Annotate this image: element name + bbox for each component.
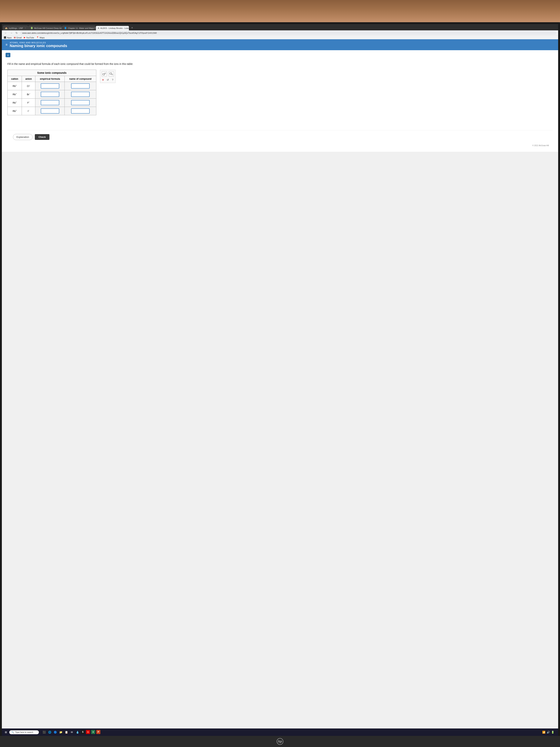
refresh-button[interactable]: ↻: [15, 31, 19, 35]
taskbar-search-box[interactable]: 🔍 Type here to search: [9, 730, 39, 734]
name-input-rb-f[interactable]: [71, 100, 90, 105]
bookmark-label: Apps: [7, 36, 12, 39]
youtube-icon: ▶: [24, 36, 25, 39]
taskbar-right: 📶 🔊 🔋: [542, 730, 556, 734]
back-button[interactable]: ←: [4, 31, 8, 35]
laptop-frame: 🏫 myWings - UNF × 📗 McGraw Hill Connect …: [0, 22, 560, 736]
bookmarks-bar: ⬛ Apps M Gmail ▶ YouTube 📍 Maps: [2, 35, 558, 39]
table-row: Rb+ Br−: [7, 90, 96, 99]
taskbar-dropbox[interactable]: 💧: [75, 730, 80, 735]
tab-favicon: A: [98, 27, 99, 29]
name-input-rb-cl[interactable]: [71, 83, 90, 88]
bookmark-label: Maps: [39, 36, 45, 39]
bookmark-label: YouTube: [26, 36, 34, 39]
subscript-icon[interactable]: [109, 71, 114, 77]
hp-logo: hp: [277, 738, 283, 745]
taskbar-cortana[interactable]: ⬛: [42, 730, 46, 735]
bookmark-label: Gmail: [16, 36, 22, 39]
search-icon: 🔍: [11, 731, 14, 733]
formula-input-cell: [35, 99, 64, 107]
bookmark-maps[interactable]: 📍 Maps: [36, 36, 45, 39]
copyright-text: © 2021 McGraw-Hill: [7, 144, 553, 148]
col-header-cation: cation: [7, 76, 22, 82]
undo-button[interactable]: ↺: [107, 78, 109, 81]
aleks-header: ≡ ATOMS, IONS AND MOLECULES Naming binar…: [2, 39, 558, 50]
chevron-area: ∨: [2, 50, 558, 58]
formula-input-rb-cl[interactable]: [41, 83, 59, 88]
bookmark-gmail[interactable]: M Gmail: [14, 36, 22, 39]
new-tab-button[interactable]: +: [129, 25, 135, 30]
bookmark-youtube[interactable]: ▶ YouTube: [24, 36, 34, 39]
content-area: ≡ ATOMS, IONS AND MOLECULES Naming binar…: [2, 39, 558, 728]
taskbar-battery[interactable]: 🔋: [551, 730, 555, 734]
formula-input-cell: [35, 107, 64, 115]
aleks-page: ≡ ATOMS, IONS AND MOLECULES Naming binar…: [2, 39, 558, 152]
tab-aleks[interactable]: A ALEKS - Lindsay Brooks - Learn ×: [96, 26, 129, 30]
anion-cell: Cl−: [22, 82, 35, 90]
taskbar-network[interactable]: 📶: [542, 730, 545, 734]
help-button[interactable]: ?: [112, 78, 113, 81]
taskbar-files[interactable]: 📁: [58, 730, 63, 735]
check-button[interactable]: Check: [35, 134, 49, 140]
col-header-anion: anion: [22, 76, 35, 82]
svg-rect-0: [103, 74, 105, 75]
tab-bar: 🏫 myWings - UNF × 📗 McGraw Hill Connect …: [2, 24, 558, 30]
taskbar-mail[interactable]: ✉: [70, 730, 74, 735]
taskbar-excel[interactable]: X: [91, 730, 95, 734]
forward-button[interactable]: →: [9, 31, 14, 35]
windows-start-button[interactable]: ⊞: [4, 730, 8, 735]
cation-cell: Rb+: [7, 90, 22, 99]
taskbar-chrome[interactable]: 🔵: [53, 730, 57, 735]
formula-input-rb-br[interactable]: [41, 92, 59, 97]
tab-label: Chapter 11. Water and Major M...: [68, 27, 96, 29]
table-row: Rb+ I−: [7, 107, 96, 115]
name-input-rb-br[interactable]: [71, 92, 90, 97]
name-input-cell: [64, 90, 96, 99]
ionic-table-wrapper: Some ionic compounds cation anion empiri…: [7, 70, 553, 115]
chevron-down-button[interactable]: ∨: [5, 53, 10, 57]
svg-rect-1: [105, 73, 106, 74]
name-input-rb-i[interactable]: [71, 108, 90, 113]
tab-label: ALEKS - Lindsay Brooks - Learn: [100, 27, 129, 29]
col-header-name: name of compound: [64, 76, 96, 82]
laptop-bottom: hp: [0, 736, 560, 747]
anion-cell: Br−: [22, 90, 35, 99]
tab-close[interactable]: ×: [25, 27, 26, 29]
taskbar-app-s[interactable]: S: [81, 730, 85, 734]
question-text: Fill in the name and empirical formula o…: [7, 62, 553, 66]
tab-mywings[interactable]: 🏫 myWings - UNF ×: [3, 26, 28, 30]
table-row: Rb+ F−: [7, 99, 96, 107]
taskbar-app-red[interactable]: 🟥: [86, 730, 90, 734]
browser-chrome: 🏫 myWings - UNF × 📗 McGraw Hill Connect …: [2, 24, 558, 39]
tab-chapter11[interactable]: 📘 Chapter 11. Water and Major M... ×: [62, 26, 96, 30]
hamburger-menu[interactable]: ≡: [5, 43, 7, 47]
tab-mcgrawhill[interactable]: 📗 McGraw Hill Connect Deep Inter... ×: [28, 26, 62, 30]
formula-input-rb-f[interactable]: [41, 100, 59, 105]
svg-rect-2: [110, 73, 112, 74]
taskbar: ⊞ 🔍 Type here to search ⬛ 🌐 🔵 📁 📋 ✉ 💧 S …: [2, 728, 558, 736]
superscript-icon[interactable]: [102, 71, 107, 77]
bookmark-apps[interactable]: ⬛ Apps: [4, 36, 12, 39]
table-row: Rb+ Cl−: [7, 82, 96, 90]
anion-cell: F−: [22, 99, 35, 107]
taskbar-app-p[interactable]: P: [96, 730, 100, 734]
tab-favicon: 🏫: [5, 27, 7, 29]
taskbar-edge[interactable]: 🌐: [47, 730, 52, 735]
name-input-cell: [64, 107, 96, 115]
controls-panel: × ↺ ?: [100, 70, 115, 83]
url-input[interactable]: [20, 31, 556, 35]
col-header-formula: empirical formula: [35, 76, 64, 82]
cabinet-background: [0, 0, 560, 22]
taskbar-notes[interactable]: 📋: [64, 730, 69, 735]
maps-icon: 📍: [36, 36, 39, 39]
taskbar-volume[interactable]: 🔊: [546, 730, 550, 734]
clear-button[interactable]: ×: [102, 78, 104, 81]
explanation-button[interactable]: Explanation: [13, 134, 33, 140]
formula-input-rb-i[interactable]: [41, 108, 59, 113]
ionic-compounds-table: Some ionic compounds cation anion empiri…: [7, 70, 96, 115]
controls-bottom: × ↺ ?: [102, 78, 113, 81]
taskbar-icons: ⬛ 🌐 🔵 📁 📋 ✉ 💧 S 🟥 X P: [42, 730, 100, 735]
formula-input-cell: [35, 82, 64, 90]
table-caption: Some ionic compounds: [7, 70, 96, 76]
tab-favicon: 📗: [30, 27, 33, 29]
